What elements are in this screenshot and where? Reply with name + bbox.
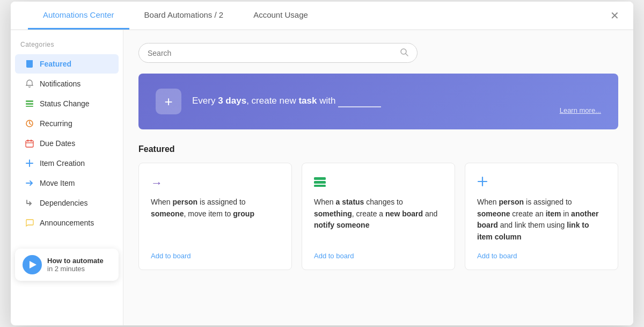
featured-section-title: Featured [138,144,618,154]
modal-header: Automations Center Board Automations / 2… [11,2,633,30]
svg-rect-6 [26,141,33,147]
promo-banner: + Every 3 days, create new task with Lea… [138,74,618,129]
svg-rect-16 [314,181,326,184]
automation-card-3[interactable]: When person is assigned to someone creat… [465,163,618,270]
promo-icon: + [156,89,181,114]
sidebar-item-status-change[interactable]: Status Change [15,94,119,113]
tab-board-automations[interactable]: Board Automations / 2 [129,2,239,30]
sidebar-item-notifications[interactable]: Notifications [15,74,119,93]
promo-text: Every 3 days, create new task with [192,96,549,107]
plus-icon [25,158,34,168]
sidebar-item-recurring[interactable]: Recurring [15,114,119,133]
sidebar-item-due-dates[interactable]: Due Dates [15,134,119,153]
promo-bold-1: 3 days [218,96,246,106]
clock-icon [25,119,34,128]
card-1-icon: → [151,176,280,190]
sidebar-section-label: Categories [11,41,123,54]
calendar-icon [25,139,34,148]
card-1-text: When person is assigned to someone, move… [151,197,280,243]
promo-bold-2: task [298,96,317,106]
svg-rect-2 [26,100,33,102]
featured-section: Featured → When person is assigned to so… [138,144,618,270]
automation-card-1[interactable]: → When person is assigned to someone, mo… [138,163,292,270]
how-to-title: How to automate [47,257,104,265]
sidebar-item-featured[interactable]: Featured [15,54,119,74]
message-icon [25,218,34,228]
promo-text-3: with [317,96,338,106]
card-3-text: When person is assigned to someone creat… [477,197,606,243]
card-2-text: When a status changes to something, crea… [314,197,443,243]
automation-cards-grid: → When person is assigned to someone, mo… [138,163,618,270]
search-bar [138,43,418,63]
search-icon [400,48,408,58]
tab-list: Automations Center Board Automations / 2… [28,2,323,30]
sidebar-status-change-label: Status Change [40,99,90,108]
promo-underline [338,96,381,107]
svg-rect-15 [314,177,326,180]
close-button[interactable]: ✕ [606,8,624,23]
svg-rect-3 [26,103,33,105]
sidebar: Categories Featured Notificat [11,30,123,325]
automation-card-2[interactable]: When a status changes to something, crea… [302,163,455,270]
sidebar-item-dependencies[interactable]: Dependencies [15,193,119,213]
list-icon [25,99,34,108]
bookmark-icon [25,59,34,69]
automations-modal: Automations Center Board Automations / 2… [11,2,633,325]
how-to-subtitle: in 2 minutes [47,265,85,273]
bell-icon [25,79,34,89]
promo-text-2: , create new [246,96,298,106]
sidebar-item-item-creation[interactable]: Item Creation [15,154,119,173]
card-3-add-button[interactable]: Add to board [477,252,606,260]
card-2-add-button[interactable]: Add to board [314,252,443,260]
sidebar-dependencies-label: Dependencies [40,199,88,207]
arrow-right-icon [25,178,34,188]
play-button[interactable] [23,255,42,274]
sidebar-announcements-label: Announcements [40,219,94,227]
promo-text-1: Every [192,96,218,106]
modal-body: Categories Featured Notificat [11,30,633,325]
promo-learn-more[interactable]: Learn more... [560,106,601,114]
card-2-icon [314,176,443,190]
search-input[interactable] [148,49,400,57]
sidebar-recurring-label: Recurring [40,119,72,128]
tab-account-usage[interactable]: Account Usage [238,2,323,30]
sidebar-due-dates-label: Due Dates [40,139,75,148]
dependencies-icon [25,198,34,208]
sidebar-move-item-label: Move Item [40,179,75,187]
svg-rect-4 [26,106,33,107]
svg-line-14 [406,54,408,56]
card-3-icon [477,176,606,190]
card-1-add-button[interactable]: Add to board [151,252,280,260]
sidebar-featured-label: Featured [40,60,71,68]
svg-rect-17 [314,185,326,187]
sidebar-item-move-item[interactable]: Move Item [15,173,119,193]
sidebar-notifications-label: Notifications [40,79,80,88]
how-to-automate-box: How to automate in 2 minutes [15,249,119,281]
main-content: + Every 3 days, create new task with Lea… [123,30,633,325]
sidebar-item-creation-label: Item Creation [40,159,85,168]
sidebar-item-announcements[interactable]: Announcements [15,213,119,232]
tab-automations-center[interactable]: Automations Center [28,2,129,30]
